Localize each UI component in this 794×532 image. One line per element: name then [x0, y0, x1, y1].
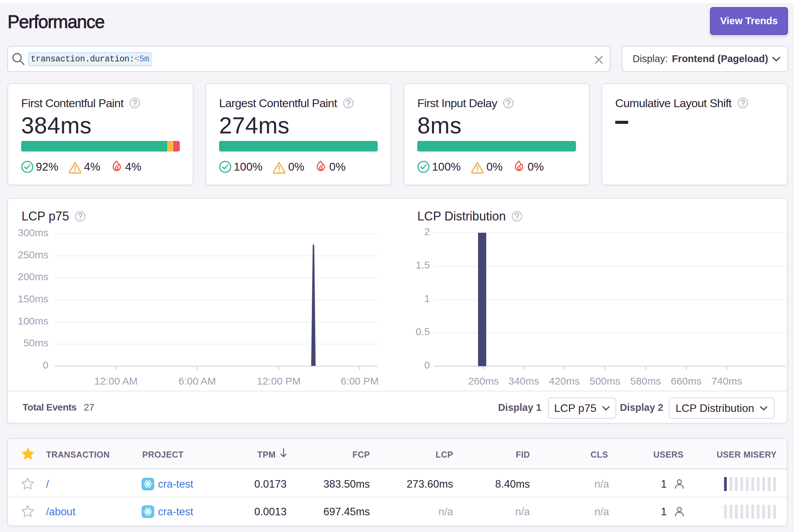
svg-text:420ms: 420ms	[549, 375, 580, 387]
svg-text:660ms: 660ms	[671, 375, 702, 387]
svg-text:0: 0	[424, 359, 430, 371]
svg-text:500ms: 500ms	[590, 375, 620, 387]
svg-text:250ms: 250ms	[18, 249, 48, 260]
svg-text:100ms: 100ms	[18, 315, 48, 327]
svg-text:12:00 PM: 12:00 PM	[257, 375, 301, 387]
svg-text:0.5: 0.5	[416, 326, 430, 337]
svg-text:12:00 AM: 12:00 AM	[95, 375, 138, 387]
svg-text:6:00 PM: 6:00 PM	[341, 375, 379, 387]
svg-text:200ms: 200ms	[18, 271, 48, 282]
svg-text:6:00 AM: 6:00 AM	[178, 375, 216, 387]
svg-text:1.5: 1.5	[416, 259, 430, 271]
svg-text:340ms: 340ms	[508, 375, 539, 387]
svg-text:2: 2	[424, 226, 430, 237]
svg-text:50ms: 50ms	[24, 337, 48, 348]
svg-text:1: 1	[424, 293, 430, 304]
svg-text:580ms: 580ms	[630, 375, 661, 387]
svg-text:300ms: 300ms	[18, 227, 48, 238]
svg-text:260ms: 260ms	[468, 375, 499, 387]
svg-text:0: 0	[43, 359, 48, 371]
svg-text:740ms: 740ms	[711, 375, 742, 387]
svg-text:150ms: 150ms	[18, 293, 48, 304]
